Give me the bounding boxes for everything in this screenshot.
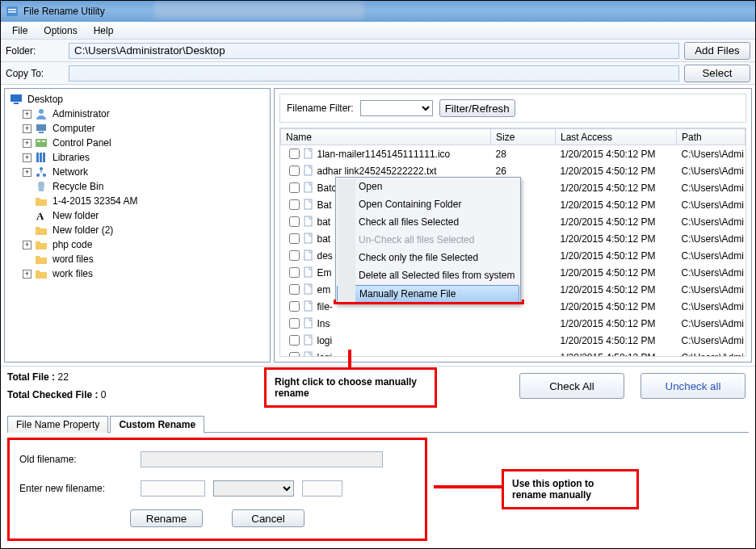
tree-item[interactable]: New folder (2) [6, 223, 268, 237]
tree-item-label: 1-4-2015 32354 AM [52, 195, 137, 207]
tree-item[interactable]: +Administrator [6, 107, 268, 121]
file-last-access: 1/20/2015 4:50:12 PM [556, 196, 677, 213]
svg-rect-25 [304, 250, 312, 260]
file-last-access: 1/20/2015 4:50:12 PM [556, 247, 677, 264]
file-name: 1lan-mailer1145145111111.ico [317, 149, 451, 160]
ctx-check-all[interactable]: Check all files Selected [336, 213, 520, 231]
row-checkbox[interactable] [289, 250, 300, 261]
new-filename-input[interactable] [141, 480, 205, 497]
file-icon [303, 266, 314, 280]
table-row[interactable]: Ins1/20/2015 4:50:12 PMC:\Users\Admi [281, 315, 746, 332]
folder-input[interactable] [69, 43, 679, 59]
file-size [491, 332, 556, 349]
custom-rename-panel: Old filename: Enter new filename: Rename… [7, 438, 427, 541]
menu-help[interactable]: Help [94, 25, 114, 36]
ctx-uncheck-all[interactable]: Un-Check all files Selected [336, 231, 520, 249]
checked-file-value: 0 [101, 389, 107, 400]
row-checkbox[interactable] [289, 216, 300, 227]
file-name: Em [317, 267, 332, 279]
file-last-access: 1/20/2015 4:50:12 PM [556, 315, 677, 332]
row-checkbox[interactable] [289, 182, 300, 193]
expand-icon[interactable]: + [23, 153, 32, 162]
filter-label: Filename Filter: [287, 103, 354, 114]
tree-item[interactable]: +Libraries [6, 150, 268, 165]
file-last-access: 1/20/2015 4:50:12 PM [556, 162, 677, 179]
col-path[interactable]: Path [677, 129, 746, 145]
row-checkbox[interactable] [289, 318, 300, 329]
select-folder-button[interactable]: Select [684, 65, 750, 82]
expand-icon[interactable]: + [23, 110, 32, 119]
add-files-button[interactable]: Add Files [684, 42, 750, 60]
svg-point-16 [40, 167, 43, 170]
menu-options[interactable]: Options [44, 25, 77, 36]
tree-item-label: New folder (2) [52, 224, 113, 236]
tab-custom-rename[interactable]: Custom Rename [110, 416, 204, 433]
menu-file[interactable]: File [12, 25, 27, 36]
row-checkbox[interactable] [289, 233, 300, 244]
ctx-delete-all[interactable]: Delete all Selected files from system [336, 266, 520, 284]
tree-item[interactable]: +work files [6, 266, 268, 281]
svg-rect-20 [304, 166, 312, 175]
cpanel-icon [35, 136, 48, 149]
filter-combo[interactable] [360, 100, 433, 116]
row-checkbox[interactable] [289, 267, 300, 278]
svg-rect-2 [8, 11, 16, 13]
context-menu[interactable]: Open Open Containing Folder Check all fi… [335, 177, 521, 304]
expand-icon[interactable]: + [23, 168, 32, 177]
file-icon [303, 249, 314, 263]
cancel-button[interactable]: Cancel [232, 509, 304, 527]
app-icon [6, 5, 19, 18]
filter-refresh-button[interactable]: Filter/Refresh [439, 99, 515, 117]
tree-item[interactable]: +Computer [6, 121, 268, 136]
expand-icon[interactable]: + [23, 139, 32, 148]
tree-item[interactable]: ANew folder [6, 208, 268, 223]
uncheck-all-button[interactable]: Uncheck all [640, 373, 746, 399]
file-path: C:\Users\Admi [677, 230, 746, 247]
col-name[interactable]: Name [281, 129, 491, 145]
svg-rect-17 [39, 182, 44, 183]
expand-icon[interactable]: + [23, 124, 32, 133]
tree-item[interactable]: +Network [6, 165, 268, 179]
ctx-open[interactable]: Open [336, 178, 520, 195]
folder-tree[interactable]: Desktop +Administrator+Computer+Control … [4, 88, 271, 363]
row-checkbox[interactable] [289, 301, 300, 312]
network-icon [35, 166, 48, 178]
row-checkbox[interactable] [289, 199, 300, 210]
rename-pattern-combo[interactable] [213, 480, 294, 497]
title-bar: File Rename Utility [1, 1, 755, 22]
tree-item[interactable]: +php code [6, 237, 268, 252]
copy-to-input[interactable] [69, 65, 679, 82]
col-last-access[interactable]: Last Access [556, 129, 677, 145]
file-path: C:\Users\Admi [677, 281, 746, 298]
row-checkbox[interactable] [289, 335, 300, 346]
svg-point-5 [39, 109, 44, 114]
expand-icon[interactable]: + [23, 241, 32, 249]
table-row[interactable]: 1lan-mailer1145145111111.ico281/20/2015 … [281, 145, 746, 163]
table-row[interactable]: logi1/20/2015 4:50:12 PMC:\Users\Admi [281, 332, 746, 349]
expand-icon[interactable]: + [23, 270, 32, 279]
total-file-value: 22 [57, 371, 68, 383]
col-size[interactable]: Size [491, 129, 556, 145]
rename-button[interactable]: Rename [130, 509, 203, 527]
tree-item[interactable]: +Control Panel [6, 136, 268, 150]
folder-icon [35, 267, 48, 280]
row-checkbox[interactable] [289, 149, 300, 159]
row-checkbox[interactable] [289, 284, 300, 295]
tree-item[interactable]: 1-4-2015 32354 AM [6, 194, 268, 208]
svg-rect-24 [304, 233, 312, 243]
tree-item[interactable]: Recycle Bin [6, 179, 268, 194]
tree-root[interactable]: Desktop [6, 92, 268, 107]
row-checkbox[interactable] [289, 352, 300, 357]
svg-rect-7 [39, 132, 44, 133]
old-filename-label: Old filename: [19, 454, 132, 465]
row-checkbox[interactable] [289, 166, 300, 176]
ctx-check-only[interactable]: Check only the file Selected [336, 249, 520, 266]
rename-suffix-input[interactable] [302, 480, 342, 497]
file-path: C:\Users\Admi [677, 247, 746, 264]
ctx-open-folder[interactable]: Open Containing Folder [336, 195, 520, 213]
file-path: C:\Users\Admi [677, 332, 746, 349]
tab-file-name-property[interactable]: File Name Property [7, 416, 108, 433]
libraries-icon [35, 151, 48, 164]
check-all-button[interactable]: Check All [519, 373, 624, 399]
tree-item[interactable]: word files [6, 252, 268, 266]
